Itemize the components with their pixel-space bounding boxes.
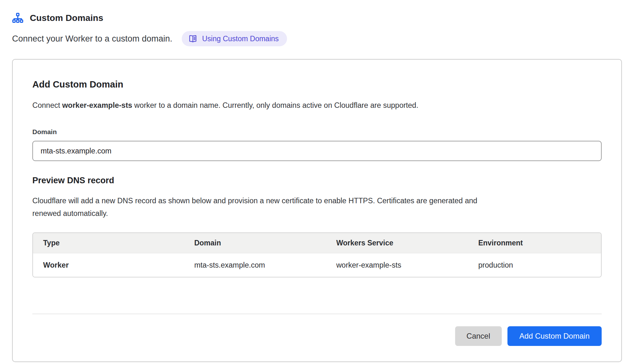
column-header-workers-service: Workers Service: [326, 239, 468, 247]
panel-intro-text: Connect worker-example-sts worker to a d…: [32, 101, 602, 110]
page-subtitle: Connect your Worker to a custom domain.: [12, 34, 172, 44]
column-header-domain: Domain: [184, 239, 326, 247]
page-subheader: Connect your Worker to a custom domain. …: [12, 31, 622, 46]
footer-divider: [32, 314, 602, 314]
sitemap-icon: [12, 13, 23, 23]
worker-name: worker-example-sts: [62, 101, 132, 109]
dns-preview-table: Type Domain Workers Service Environment …: [32, 232, 602, 277]
panel-heading: Add Custom Domain: [32, 79, 602, 90]
domain-field-label: Domain: [32, 128, 602, 136]
add-custom-domain-button[interactable]: Add Custom Domain: [507, 326, 602, 346]
preview-dns-heading: Preview DNS record: [32, 176, 602, 185]
cell-type: Worker: [33, 261, 184, 270]
column-header-environment: Environment: [468, 239, 601, 247]
table-row: Worker mta-sts.example.com worker-exampl…: [33, 253, 601, 277]
footer-actions: Cancel Add Custom Domain: [32, 326, 602, 346]
open-book-icon: [188, 34, 198, 43]
docs-link-using-custom-domains[interactable]: Using Custom Domains: [182, 31, 287, 46]
cancel-button[interactable]: Cancel: [455, 326, 502, 346]
cell-workers-service: worker-example-sts: [326, 261, 468, 270]
cell-domain: mta-sts.example.com: [184, 261, 326, 270]
add-custom-domain-panel: Add Custom Domain Connect worker-example…: [12, 59, 622, 362]
table-header-row: Type Domain Workers Service Environment: [33, 233, 601, 253]
preview-dns-description: Cloudflare will add a new DNS record as …: [32, 194, 495, 220]
docs-link-label: Using Custom Domains: [202, 35, 279, 43]
page-title: Custom Domains: [30, 13, 103, 23]
cell-environment: production: [468, 261, 601, 270]
page-header: Custom Domains: [12, 13, 622, 23]
domain-input[interactable]: [32, 141, 602, 161]
column-header-type: Type: [33, 239, 184, 247]
